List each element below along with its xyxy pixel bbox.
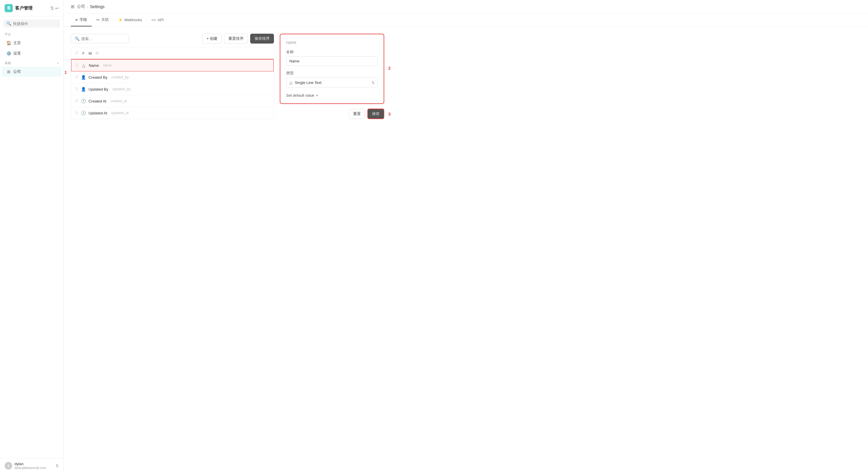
field-api-created-at: created_at (110, 99, 127, 103)
user-email: dylan@basemulti.com (14, 466, 53, 470)
table-section-header: 表格 + (0, 59, 64, 66)
name-input[interactable] (286, 56, 378, 66)
table-section-label: 表格 (5, 61, 11, 65)
field-row-updated-at[interactable]: ⠿ 🕐 Updated At updated_at (71, 107, 274, 119)
add-table-button[interactable]: + (57, 62, 59, 65)
main-content: ⊞ 公司 › Settings ≡ 字段 ⚯ 关联 ⚡ Webhooks <> … (64, 0, 868, 473)
breadcrumb: 公司 › Settings (77, 4, 104, 9)
sidebar-item-home[interactable]: 🏠 主页 (2, 38, 62, 48)
search-icon: 🔍 (74, 36, 80, 41)
drag-handle-icon[interactable]: ⠿ (75, 87, 78, 91)
right-panel: 2 name 名称 类型 △ Single Line Text ⇅ (280, 34, 384, 466)
step-3-annotation: 3 (388, 112, 391, 116)
field-row-id[interactable]: ⠿ # Id id (71, 47, 274, 59)
sidebar: 客 客户管理 ⇅ ↩ 🔍 CTRLK 平台 🏠 主页 ⚙️ 设置 表格 + ⊞ … (0, 0, 64, 473)
api-tab-icon: <> (152, 18, 156, 22)
content-area: 🔍 + 创建 重置排序 保存排序 1 (64, 27, 868, 473)
drag-handle-icon[interactable]: ⠿ (75, 111, 78, 115)
sidebar-item-home-label: 主页 (13, 40, 21, 46)
search-icon: 🔍 (6, 21, 11, 26)
save-order-button[interactable]: 保存排序 (250, 34, 274, 43)
drag-handle-icon[interactable]: ⠿ (75, 51, 78, 56)
quick-action-search[interactable]: 🔍 CTRLK (3, 20, 60, 28)
fields-toolbar: 🔍 + 创建 重置排序 保存排序 (71, 34, 274, 43)
save-button[interactable]: 保存 (367, 109, 384, 119)
panel-footer: 重置 保存 (280, 109, 384, 119)
platform-section-label: 平台 (0, 30, 64, 38)
breadcrumb-separator: › (87, 4, 88, 9)
tab-webhooks-label: Webhooks (124, 18, 142, 22)
sidebar-footer: d dylan dylan@basemulti.com ⇅ (0, 458, 64, 473)
field-name-created-at: Created At (89, 99, 106, 104)
step-1-annotation: 1 (64, 70, 67, 75)
webhooks-tab-icon: ⚡ (118, 18, 123, 22)
breadcrumb-parent: 公司 (77, 4, 85, 9)
drag-handle-icon[interactable]: ⠿ (75, 63, 79, 68)
tab-api-label: API (158, 18, 164, 22)
back-icon[interactable]: ↩ (55, 5, 59, 11)
text-type-icon: △ (289, 80, 292, 85)
chevron-updown-icon[interactable]: ⇅ (55, 464, 59, 468)
tab-api[interactable]: <> API (147, 14, 168, 26)
type-select-label: Single Line Text (295, 81, 369, 85)
field-edit-panel: name 名称 类型 △ Single Line Text ⇅ (280, 34, 384, 104)
create-field-button[interactable]: + 创建 (202, 34, 222, 43)
field-row-updated-by[interactable]: ⠿ 👤 Updated By updated_by (71, 83, 274, 95)
step-2-annotation: 2 (388, 66, 391, 70)
app-logo: 客 (5, 4, 13, 12)
field-row-created-by[interactable]: ⠿ 👤 Created By created_by (71, 71, 274, 83)
search-input[interactable] (13, 22, 62, 26)
field-api-updated-at: updated_at (111, 111, 129, 115)
datetime-type-icon: 🕐 (81, 99, 86, 104)
topbar: ⊞ 公司 › Settings (64, 0, 868, 13)
field-row-created-at[interactable]: ⠿ 🕐 Created At created_at (71, 95, 274, 107)
field-api-created-by: created_by (112, 75, 129, 79)
fields-list: ⠿ # Id id ⠿ △ Name name (71, 47, 274, 119)
tab-fields[interactable]: ≡ 字段 (71, 13, 92, 26)
tab-webhooks[interactable]: ⚡ Webhooks (114, 14, 147, 26)
tab-fields-label: 字段 (80, 17, 87, 22)
field-name-name: Name (89, 63, 99, 68)
field-row-name[interactable]: ⠿ △ Name name (71, 59, 274, 72)
name-form-group: 名称 (286, 49, 378, 66)
relations-tab-icon: ⚯ (96, 18, 99, 22)
fields-panel: 🔍 + 创建 重置排序 保存排序 1 (71, 34, 274, 466)
field-api-updated-by: updated_by (112, 87, 131, 91)
set-default-value-row[interactable]: Set default value + (286, 92, 378, 97)
drag-handle-icon[interactable]: ⠿ (75, 99, 78, 104)
gear-icon: ⚙️ (6, 51, 11, 56)
field-api-id: id (96, 51, 98, 55)
tabbar: ≡ 字段 ⚯ 关联 ⚡ Webhooks <> API (64, 13, 868, 27)
plus-icon: + (316, 93, 318, 97)
sidebar-search-area: 🔍 CTRLK (0, 17, 64, 30)
content-wrapper: 🔍 + 创建 重置排序 保存排序 1 (71, 34, 861, 466)
tab-relations-label: 关联 (101, 17, 109, 22)
sidebar-item-company[interactable]: ⊞ 公司 (2, 67, 62, 77)
table-icon: ⊞ (6, 69, 11, 74)
field-name-updated-at: Updated At (89, 111, 107, 115)
field-api-name: name (103, 63, 112, 67)
type-label: 类型 (286, 70, 378, 76)
chevron-updown-icon[interactable]: ⇅ (50, 5, 54, 11)
toolbar-right: + 创建 重置排序 保存排序 (202, 34, 274, 43)
field-search-box[interactable]: 🔍 (71, 34, 129, 43)
user-type-icon: 👤 (81, 87, 86, 91)
drag-handle-icon[interactable]: ⠿ (75, 75, 78, 80)
sidebar-item-settings[interactable]: ⚙️ 设置 (2, 49, 62, 58)
app-title: 客户管理 (15, 5, 48, 11)
reset-order-button[interactable]: 重置排序 (224, 34, 248, 43)
sidebar-header: 客 客户管理 ⇅ ↩ (0, 0, 64, 17)
field-name-created-by: Created By (89, 75, 107, 80)
sidebar-item-company-label: 公司 (13, 69, 21, 74)
panel-footer-wrapper: 3 重置 保存 (280, 109, 384, 119)
set-default-value-label: Set default value (286, 93, 314, 97)
tab-relations[interactable]: ⚯ 关联 (92, 13, 114, 26)
reset-button[interactable]: 重置 (349, 109, 365, 119)
type-select[interactable]: △ Single Line Text ⇅ (286, 78, 378, 87)
user-name: dylan (14, 462, 53, 466)
table-icon: ⊞ (71, 4, 74, 9)
field-search-input[interactable] (81, 37, 130, 41)
type-form-group: 类型 △ Single Line Text ⇅ (286, 70, 378, 87)
breadcrumb-current: Settings (90, 4, 105, 9)
home-icon: 🏠 (6, 41, 11, 45)
